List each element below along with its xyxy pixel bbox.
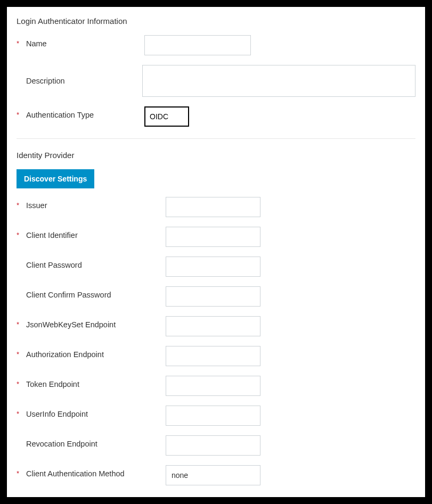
label-client-pw-confirm: Client Confirm Password <box>26 290 111 300</box>
required-asterisk: * <box>17 110 26 120</box>
row-name: * Name <box>17 35 415 55</box>
row-authz: * Authorization Endpoint <box>17 346 415 366</box>
name-input[interactable] <box>144 35 251 55</box>
row-userinfo: * UserInfo Endpoint <box>17 406 415 426</box>
row-ficam: Enable FICAM Profile <box>17 495 415 504</box>
row-client-id: * Client Identifier <box>17 227 415 247</box>
row-revocation: Revocation Endpoint <box>17 435 415 456</box>
label-client-id: Client Identifier <box>26 230 78 241</box>
issuer-input[interactable] <box>166 197 260 217</box>
row-client-auth-method: * Client Authentication Method none <box>17 465 415 485</box>
userinfo-endpoint-input[interactable] <box>166 406 260 426</box>
required-asterisk: * <box>17 350 26 359</box>
revocation-endpoint-input[interactable] <box>166 435 260 456</box>
label-client-pw: Client Password <box>26 260 82 270</box>
label-client-auth-method: Client Authentication Method <box>26 468 125 479</box>
section-title-login-auth: Login Authenticator Information <box>17 16 415 26</box>
required-asterisk: * <box>17 201 26 210</box>
required-asterisk: * <box>17 379 26 389</box>
label-authz: Authorization Endpoint <box>26 349 104 360</box>
row-auth-type: * Authentication Type OIDC <box>17 106 415 127</box>
required-asterisk: * <box>17 320 26 329</box>
client-password-confirm-input[interactable] <box>166 286 260 307</box>
label-description: Description <box>26 76 65 86</box>
label-userinfo: UserInfo Endpoint <box>26 409 88 419</box>
label-ficam: Enable FICAM Profile <box>26 498 100 504</box>
client-auth-method-select[interactable]: none <box>166 465 260 485</box>
section-title-idp: Identity Provider <box>17 151 415 160</box>
label-token: Token Endpoint <box>26 379 79 390</box>
label-auth-type: Authentication Type <box>26 110 94 120</box>
jwks-endpoint-input[interactable] <box>166 316 260 336</box>
client-password-input[interactable] <box>166 257 260 277</box>
required-asterisk: * <box>17 39 26 48</box>
required-asterisk: * <box>17 230 26 240</box>
row-issuer: * Issuer <box>17 197 415 217</box>
row-client-pw-confirm: Client Confirm Password <box>17 286 415 307</box>
token-endpoint-input[interactable] <box>166 376 260 396</box>
row-jwks: * JsonWebKeySet Endpoint <box>17 316 415 336</box>
row-client-pw: Client Password <box>17 257 415 277</box>
label-issuer: Issuer <box>26 200 47 211</box>
client-id-input[interactable] <box>166 227 260 247</box>
description-input[interactable] <box>142 65 415 97</box>
required-asterisk: * <box>17 409 26 419</box>
enable-ficam-checkbox[interactable] <box>171 497 181 504</box>
auth-type-select[interactable]: OIDC <box>144 106 189 127</box>
label-name: Name <box>26 38 47 49</box>
row-description: Description <box>17 65 415 97</box>
required-asterisk: * <box>17 469 26 478</box>
label-revocation: Revocation Endpoint <box>26 439 97 449</box>
discover-settings-button[interactable]: Discover Settings <box>17 169 94 188</box>
row-token: * Token Endpoint <box>17 376 415 396</box>
authz-endpoint-input[interactable] <box>166 346 260 366</box>
label-jwks: JsonWebKeySet Endpoint <box>26 319 116 330</box>
